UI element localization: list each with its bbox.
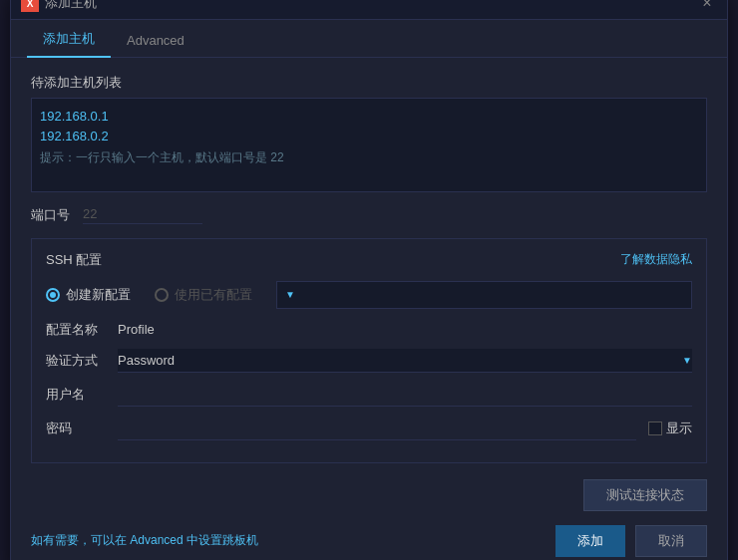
- test-row: 测试连接状态: [31, 479, 707, 511]
- auth-method-value: Password: [118, 353, 175, 368]
- app-icon: X: [21, 0, 39, 12]
- profile-name-label: 配置名称: [46, 321, 106, 339]
- title-bar-left: X 添加主机: [21, 0, 97, 12]
- host-list-label: 待添加主机列表: [31, 74, 707, 92]
- advanced-hint: 如有需要，可以在 Advanced 中设置跳板机: [31, 532, 258, 549]
- username-row: 用户名: [46, 383, 692, 407]
- auth-method-row: 验证方式 Password ▼: [46, 349, 692, 373]
- auth-method-arrow-icon: ▼: [682, 355, 692, 366]
- auth-method-select[interactable]: Password ▼: [118, 349, 692, 373]
- test-connection-button[interactable]: 测试连接状态: [583, 479, 707, 511]
- ssh-section-header: SSH 配置 了解数据隐私: [46, 251, 692, 269]
- ssh-config-section: SSH 配置 了解数据隐私 创建新配置 使用已有配置 ▼ 配置名称: [31, 238, 707, 463]
- port-label: 端口号: [31, 206, 71, 224]
- radio-use-existing[interactable]: 使用已有配置: [155, 286, 252, 304]
- host-list-hint: 提示：一行只输入一个主机，默认端口号是 22: [40, 149, 698, 166]
- dropdown-arrow-icon: ▼: [285, 289, 295, 300]
- title-bar: X 添加主机 ×: [11, 0, 727, 20]
- radio-create-new[interactable]: 创建新配置: [46, 286, 131, 304]
- ssh-section-title: SSH 配置: [46, 251, 102, 269]
- radio-label-existing: 使用已有配置: [175, 286, 252, 304]
- close-button[interactable]: ×: [697, 0, 717, 13]
- dialog-title: 添加主机: [45, 0, 97, 12]
- show-password-checkbox-box[interactable]: [648, 421, 662, 435]
- add-host-dialog: X 添加主机 × 添加主机 Advanced 待添加主机列表 192.168.0…: [10, 0, 728, 560]
- radio-circle-existing: [155, 288, 169, 302]
- privacy-link[interactable]: 了解数据隐私: [620, 251, 692, 268]
- footer-row: 如有需要，可以在 Advanced 中设置跳板机 添加 取消: [31, 525, 707, 557]
- bottom-section: 测试连接状态 如有需要，可以在 Advanced 中设置跳板机 添加 取消: [11, 479, 727, 561]
- username-label: 用户名: [46, 386, 106, 404]
- password-row: 密码 显示: [46, 417, 692, 440]
- profile-name-row: 配置名称 Profile: [46, 321, 692, 339]
- cancel-button[interactable]: 取消: [635, 525, 707, 557]
- port-row: 端口号 22: [31, 206, 707, 224]
- host-list-container[interactable]: 192.168.0.1 192.168.0.2 提示：一行只输入一个主机，默认端…: [31, 98, 707, 192]
- existing-profile-dropdown[interactable]: ▼: [276, 281, 692, 309]
- dialog-content: 待添加主机列表 192.168.0.1 192.168.0.2 提示：一行只输入…: [11, 58, 727, 479]
- username-input[interactable]: [118, 383, 692, 407]
- port-value: 22: [83, 206, 202, 224]
- profile-name-value: Profile: [118, 322, 155, 337]
- password-label: 密码: [46, 420, 106, 437]
- show-password-checkbox[interactable]: 显示: [648, 420, 692, 437]
- radio-label-new: 创建新配置: [66, 286, 131, 304]
- host-item-2: 192.168.0.2: [40, 127, 698, 147]
- radio-row: 创建新配置 使用已有配置 ▼: [46, 281, 692, 309]
- host-item-1: 192.168.0.1: [40, 107, 698, 128]
- add-button[interactable]: 添加: [555, 525, 625, 557]
- auth-method-label: 验证方式: [46, 352, 106, 370]
- password-input[interactable]: [118, 417, 636, 440]
- tab-advanced[interactable]: Advanced: [111, 23, 200, 58]
- tab-bar: 添加主机 Advanced: [11, 20, 727, 58]
- host-list-section: 待添加主机列表 192.168.0.1 192.168.0.2 提示：一行只输入…: [31, 74, 707, 192]
- tab-add-host[interactable]: 添加主机: [27, 20, 111, 58]
- radio-circle-new: [46, 288, 60, 302]
- show-password-label: 显示: [666, 420, 692, 437]
- footer-buttons: 添加 取消: [555, 525, 707, 557]
